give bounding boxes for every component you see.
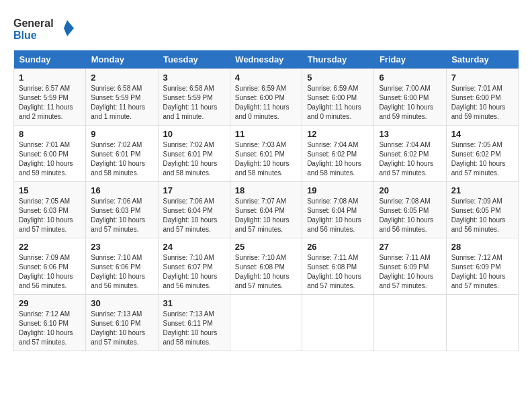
calendar-cell: 18Sunrise: 7:07 AMSunset: 6:04 PMDayligh…	[230, 182, 302, 238]
day-info: Sunrise: 7:07 AMSunset: 6:04 PMDaylight:…	[235, 197, 297, 234]
calendar-cell	[446, 295, 518, 351]
day-info: Sunrise: 7:01 AMSunset: 6:00 PMDaylight:…	[451, 84, 513, 122]
day-info: Sunrise: 7:06 AMSunset: 6:03 PMDaylight:…	[91, 197, 152, 234]
calendar-cell: 8Sunrise: 7:01 AMSunset: 6:00 PMDaylight…	[14, 126, 86, 182]
day-info: Sunrise: 7:02 AMSunset: 6:01 PMDaylight:…	[163, 140, 225, 178]
weekday-tuesday: Tuesday	[158, 50, 230, 69]
calendar-cell: 15Sunrise: 7:05 AMSunset: 6:03 PMDayligh…	[14, 182, 86, 238]
day-number: 26	[307, 242, 369, 252]
calendar-cell: 5Sunrise: 6:59 AMSunset: 6:00 PMDaylight…	[302, 69, 374, 126]
day-number: 31	[163, 298, 225, 308]
calendar-cell: 2Sunrise: 6:58 AMSunset: 5:59 PMDaylight…	[86, 69, 158, 126]
weekday-header-row: SundayMondayTuesdayWednesdayThursdayFrid…	[14, 50, 519, 69]
calendar-cell: 3Sunrise: 6:58 AMSunset: 5:59 PMDaylight…	[158, 69, 230, 126]
calendar-body: 1Sunrise: 6:57 AMSunset: 5:59 PMDaylight…	[14, 69, 519, 351]
calendar-week-row-4: 22Sunrise: 7:09 AMSunset: 6:06 PMDayligh…	[14, 238, 519, 295]
calendar-cell: 22Sunrise: 7:09 AMSunset: 6:06 PMDayligh…	[14, 238, 86, 295]
day-info: Sunrise: 7:09 AMSunset: 6:05 PMDaylight:…	[451, 197, 513, 234]
calendar-cell	[374, 295, 446, 351]
day-number: 23	[91, 242, 152, 252]
calendar-cell: 29Sunrise: 7:12 AMSunset: 6:10 PMDayligh…	[14, 295, 86, 351]
day-info: Sunrise: 7:01 AMSunset: 6:00 PMDaylight:…	[19, 140, 81, 178]
day-number: 30	[91, 298, 152, 308]
day-number: 19	[307, 185, 369, 195]
day-number: 15	[19, 185, 81, 195]
calendar-week-row-5: 29Sunrise: 7:12 AMSunset: 6:10 PMDayligh…	[14, 295, 519, 351]
weekday-thursday: Thursday	[302, 50, 374, 69]
calendar-week-row-3: 15Sunrise: 7:05 AMSunset: 6:03 PMDayligh…	[14, 182, 519, 238]
day-number: 7	[451, 73, 513, 83]
calendar-cell: 24Sunrise: 7:10 AMSunset: 6:07 PMDayligh…	[158, 238, 230, 295]
day-number: 3	[163, 73, 225, 83]
calendar-cell: 17Sunrise: 7:06 AMSunset: 6:04 PMDayligh…	[158, 182, 230, 238]
day-info: Sunrise: 7:00 AMSunset: 6:00 PMDaylight:…	[379, 84, 441, 122]
calendar-cell: 21Sunrise: 7:09 AMSunset: 6:05 PMDayligh…	[446, 182, 518, 238]
calendar-cell	[230, 295, 302, 351]
day-number: 17	[163, 185, 225, 195]
day-info: Sunrise: 7:11 AMSunset: 6:08 PMDaylight:…	[307, 253, 369, 291]
day-number: 10	[163, 129, 225, 139]
page-header: General Blue	[13, 13, 519, 44]
day-info: Sunrise: 7:04 AMSunset: 6:02 PMDaylight:…	[307, 140, 369, 178]
day-number: 27	[379, 242, 441, 252]
day-number: 13	[379, 129, 441, 139]
day-info: Sunrise: 7:11 AMSunset: 6:09 PMDaylight:…	[379, 253, 441, 291]
day-info: Sunrise: 7:13 AMSunset: 6:11 PMDaylight:…	[163, 310, 225, 347]
day-info: Sunrise: 7:02 AMSunset: 6:01 PMDaylight:…	[91, 140, 152, 178]
calendar-cell: 14Sunrise: 7:05 AMSunset: 6:02 PMDayligh…	[446, 126, 518, 182]
calendar-table: SundayMondayTuesdayWednesdayThursdayFrid…	[13, 50, 519, 351]
calendar-cell: 30Sunrise: 7:13 AMSunset: 6:10 PMDayligh…	[86, 295, 158, 351]
calendar-cell: 10Sunrise: 7:02 AMSunset: 6:01 PMDayligh…	[158, 126, 230, 182]
day-info: Sunrise: 7:05 AMSunset: 6:03 PMDaylight:…	[19, 197, 81, 234]
calendar-cell: 1Sunrise: 6:57 AMSunset: 5:59 PMDaylight…	[14, 69, 86, 126]
day-info: Sunrise: 7:12 AMSunset: 6:10 PMDaylight:…	[19, 310, 81, 347]
day-info: Sunrise: 6:58 AMSunset: 5:59 PMDaylight:…	[163, 84, 225, 122]
day-info: Sunrise: 6:57 AMSunset: 5:59 PMDaylight:…	[19, 84, 81, 122]
day-number: 9	[91, 129, 152, 139]
calendar-week-row-1: 1Sunrise: 6:57 AMSunset: 5:59 PMDaylight…	[14, 69, 519, 126]
day-number: 18	[235, 185, 297, 195]
day-number: 28	[451, 242, 513, 252]
svg-text:Blue: Blue	[13, 30, 37, 41]
day-info: Sunrise: 7:09 AMSunset: 6:06 PMDaylight:…	[19, 253, 81, 291]
day-number: 20	[379, 185, 441, 195]
day-info: Sunrise: 6:59 AMSunset: 6:00 PMDaylight:…	[235, 84, 297, 122]
weekday-saturday: Saturday	[446, 50, 518, 69]
day-info: Sunrise: 7:10 AMSunset: 6:07 PMDaylight:…	[163, 253, 225, 291]
day-info: Sunrise: 7:12 AMSunset: 6:09 PMDaylight:…	[451, 253, 513, 291]
day-info: Sunrise: 7:03 AMSunset: 6:01 PMDaylight:…	[235, 140, 297, 178]
weekday-monday: Monday	[86, 50, 158, 69]
calendar-cell: 23Sunrise: 7:10 AMSunset: 6:06 PMDayligh…	[86, 238, 158, 295]
day-info: Sunrise: 6:58 AMSunset: 5:59 PMDaylight:…	[91, 84, 152, 122]
calendar-cell: 31Sunrise: 7:13 AMSunset: 6:11 PMDayligh…	[158, 295, 230, 351]
calendar-cell: 27Sunrise: 7:11 AMSunset: 6:09 PMDayligh…	[374, 238, 446, 295]
day-info: Sunrise: 7:06 AMSunset: 6:04 PMDaylight:…	[163, 197, 225, 234]
day-info: Sunrise: 7:08 AMSunset: 6:05 PMDaylight:…	[379, 197, 441, 234]
day-number: 25	[235, 242, 297, 252]
weekday-friday: Friday	[374, 50, 446, 69]
day-info: Sunrise: 7:10 AMSunset: 6:06 PMDaylight:…	[91, 253, 152, 291]
weekday-wednesday: Wednesday	[230, 50, 302, 69]
day-number: 14	[451, 129, 513, 139]
day-number: 21	[451, 185, 513, 195]
day-info: Sunrise: 7:13 AMSunset: 6:10 PMDaylight:…	[91, 310, 152, 347]
calendar-cell: 16Sunrise: 7:06 AMSunset: 6:03 PMDayligh…	[86, 182, 158, 238]
calendar-cell: 9Sunrise: 7:02 AMSunset: 6:01 PMDaylight…	[86, 126, 158, 182]
calendar-cell: 6Sunrise: 7:00 AMSunset: 6:00 PMDaylight…	[374, 69, 446, 126]
day-info: Sunrise: 7:05 AMSunset: 6:02 PMDaylight:…	[451, 140, 513, 178]
calendar-cell: 4Sunrise: 6:59 AMSunset: 6:00 PMDaylight…	[230, 69, 302, 126]
logo: General Blue	[13, 13, 74, 44]
weekday-sunday: Sunday	[14, 50, 86, 69]
day-number: 4	[235, 73, 297, 83]
calendar-cell: 28Sunrise: 7:12 AMSunset: 6:09 PMDayligh…	[446, 238, 518, 295]
day-info: Sunrise: 7:04 AMSunset: 6:02 PMDaylight:…	[379, 140, 441, 178]
calendar-cell: 19Sunrise: 7:08 AMSunset: 6:04 PMDayligh…	[302, 182, 374, 238]
day-number: 29	[19, 298, 81, 308]
day-info: Sunrise: 6:59 AMSunset: 6:00 PMDaylight:…	[307, 84, 369, 122]
day-number: 12	[307, 129, 369, 139]
day-number: 16	[91, 185, 152, 195]
calendar-week-row-2: 8Sunrise: 7:01 AMSunset: 6:00 PMDaylight…	[14, 126, 519, 182]
day-number: 1	[19, 73, 81, 83]
svg-marker-2	[64, 20, 74, 36]
calendar-cell: 25Sunrise: 7:10 AMSunset: 6:08 PMDayligh…	[230, 238, 302, 295]
